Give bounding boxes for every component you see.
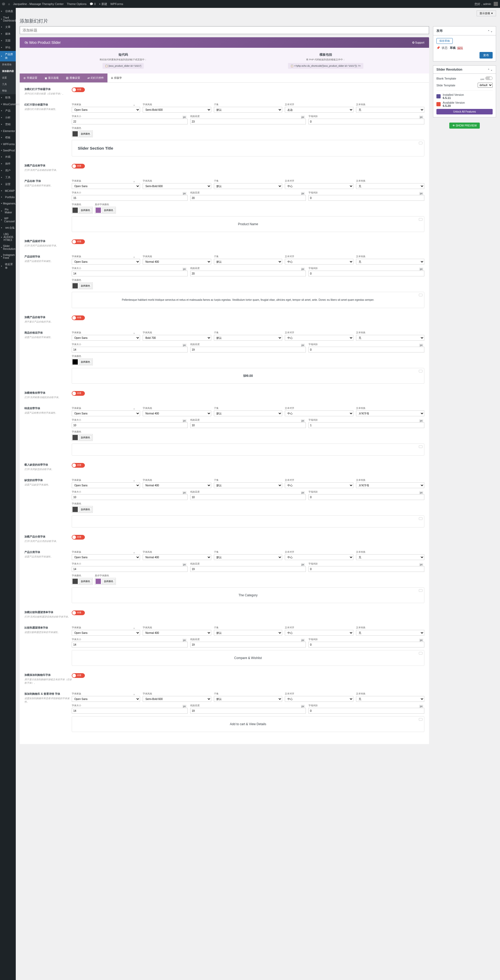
sidebar-item[interactable]: ▪WooCommerce (0, 101, 16, 107)
font-load-toggle[interactable]: 停用 (72, 535, 85, 539)
font-family-select[interactable]: Open Sans (72, 183, 140, 189)
font-size-input[interactable] (72, 347, 188, 353)
edit-status-link[interactable]: 编辑 (457, 46, 463, 50)
comments-link[interactable]: 💬 0 (89, 2, 96, 6)
font-family-select[interactable]: Open Sans (72, 410, 140, 416)
font-weight-select[interactable]: Normal 400 (143, 482, 211, 488)
sidebar-item[interactable]: ▪Instagram Feed (0, 252, 16, 261)
preview-toggle-icon[interactable] (419, 142, 422, 144)
font-load-toggle[interactable]: 停用 (72, 239, 85, 244)
letter-spacing-input[interactable] (308, 566, 424, 572)
color-swatch[interactable] (72, 359, 78, 364)
font-weight-select[interactable]: Normal 400 (143, 259, 211, 264)
pick-color-button[interactable]: 选择颜色 (79, 579, 92, 584)
tab-image[interactable]: 🖼 图像设置 (62, 73, 84, 83)
pick-color-button[interactable]: 选择颜色 (79, 360, 92, 364)
font-weight-select[interactable]: Bold 700 (143, 335, 211, 340)
sidebar-item[interactable]: ▪产品 (0, 107, 16, 114)
theme-options-link[interactable]: Theme Options (67, 2, 86, 5)
sidebar-item[interactable]: ▪LBG AUDIO5 HTML5 (0, 231, 16, 243)
sidebar-item[interactable]: ▪外观 (0, 154, 16, 161)
tab-controls[interactable]: ⇄ 幻灯片控件 (84, 73, 107, 83)
line-height-input[interactable] (190, 642, 306, 648)
text-align-select[interactable]: 左边 (285, 107, 353, 113)
font-size-input[interactable] (72, 422, 188, 428)
preview-toggle-icon[interactable] (419, 517, 422, 520)
font-size-input[interactable] (72, 566, 188, 572)
slide-template-select[interactable]: default (478, 83, 493, 88)
text-transform-select[interactable]: 大写字母 (356, 482, 424, 488)
sidebar-subitem[interactable]: 设置 (0, 75, 16, 81)
tab-display[interactable]: ▣ 显示选项 (41, 73, 62, 83)
pick-color-button[interactable]: 选择颜色 (79, 132, 92, 137)
text-transform-select[interactable]: 无 (356, 696, 424, 702)
shortcode-value[interactable]: 📋 [woo_product_slider id="1021"] (102, 63, 144, 69)
sidebar-item[interactable]: ▪用户 (0, 167, 16, 174)
text-align-select[interactable]: 中心 (285, 335, 353, 340)
font-load-toggle[interactable]: 停用 (72, 673, 85, 678)
screen-options-toggle[interactable]: 显示选项 ▼ (477, 11, 496, 16)
sidebar-item[interactable]: ▪sec合集 (0, 224, 16, 231)
sidebar-item[interactable]: ▪Slider Revolution (0, 243, 16, 252)
font-load-toggle[interactable]: 停用 (72, 463, 85, 468)
pick-color-button[interactable]: 选择颜色 (79, 435, 92, 440)
font-load-toggle[interactable]: 停用 (72, 164, 85, 169)
text-align-select[interactable]: 中心 (285, 183, 353, 189)
greeting[interactable]: 您好，admin (474, 2, 491, 6)
pick-color-button[interactable]: 选择颜色 (79, 507, 92, 512)
wpforms-link[interactable]: WPForms (110, 2, 123, 5)
letter-spacing-input[interactable] (308, 494, 424, 500)
chevron-up-icon[interactable]: ⌃ (488, 30, 490, 33)
save-draft-button[interactable]: 保存草稿 (436, 38, 453, 44)
font-weight-select[interactable]: Semi-Bold 600 (143, 107, 211, 113)
font-size-input[interactable] (72, 494, 188, 500)
font-family-select[interactable]: Open Sans (72, 482, 140, 488)
line-height-input[interactable] (190, 119, 306, 124)
wp-logo[interactable]: ⓦ (2, 2, 5, 6)
sidebar-item[interactable]: ▪产品滑块 (0, 51, 16, 61)
preview-toggle-icon[interactable] (419, 718, 422, 721)
font-load-toggle[interactable]: 停用 (72, 88, 85, 92)
text-align-select[interactable]: 中心 (285, 410, 353, 416)
text-align-select[interactable]: 中心 (285, 482, 353, 488)
sidebar-subitem[interactable]: 所有滑块 (0, 61, 16, 68)
sidebar-item[interactable]: ▪文章 (0, 24, 16, 30)
subset-select[interactable]: 默认 (214, 410, 282, 416)
sidebar-item[interactable]: ▪工具 (0, 174, 16, 181)
tab-general[interactable]: ⚙ 常规设置 (20, 73, 41, 83)
sidebar-item[interactable]: ▪模板 (0, 134, 16, 141)
sidebar-item[interactable]: ▪收起菜单 (0, 261, 16, 271)
line-height-input[interactable] (190, 270, 306, 276)
template-value[interactable]: 📋 <?php echo do_shortcode('[woo_product_… (288, 63, 363, 69)
sidebar-item[interactable]: ▪SeedProd (0, 147, 16, 154)
text-transform-select[interactable]: 无 (356, 259, 424, 264)
color-swatch[interactable] (72, 507, 78, 512)
sidebar-item[interactable]: ▪WP Carousel (0, 215, 16, 224)
color-swatch[interactable] (72, 579, 78, 584)
line-height-input[interactable] (190, 195, 306, 201)
pick-color-button[interactable]: 选择颜色 (79, 208, 92, 213)
text-transform-select[interactable]: 无 (356, 554, 424, 560)
color-swatch[interactable] (72, 208, 78, 213)
font-size-input[interactable] (72, 708, 188, 714)
letter-spacing-input[interactable] (308, 642, 424, 648)
avatar[interactable] (494, 2, 498, 6)
subset-select[interactable]: 默认 (214, 696, 282, 702)
title-input[interactable] (20, 26, 429, 34)
sidebar-subitem[interactable]: 工具 (0, 81, 16, 88)
font-family-select[interactable]: Open Sans (72, 259, 140, 264)
line-height-input[interactable] (190, 422, 306, 428)
subset-select[interactable]: 默认 (214, 554, 282, 560)
pick-color-button[interactable]: 选择颜色 (79, 283, 92, 288)
text-transform-select[interactable]: 无 (356, 183, 424, 189)
sidebar-item[interactable]: ▪Pin Maker (0, 207, 16, 215)
font-weight-select[interactable]: Normal 400 (143, 554, 211, 560)
letter-spacing-input[interactable] (308, 119, 424, 124)
text-align-select[interactable]: 中心 (285, 554, 353, 560)
line-height-input[interactable] (190, 494, 306, 500)
sidebar-item[interactable]: ▪The4 Dashboard (0, 15, 16, 24)
font-load-toggle[interactable]: 停用 (72, 391, 85, 396)
sidebar-item[interactable]: ▪Elementor (0, 128, 16, 134)
blank-template-toggle[interactable] (485, 76, 493, 80)
text-align-select[interactable]: 中心 (285, 630, 353, 636)
